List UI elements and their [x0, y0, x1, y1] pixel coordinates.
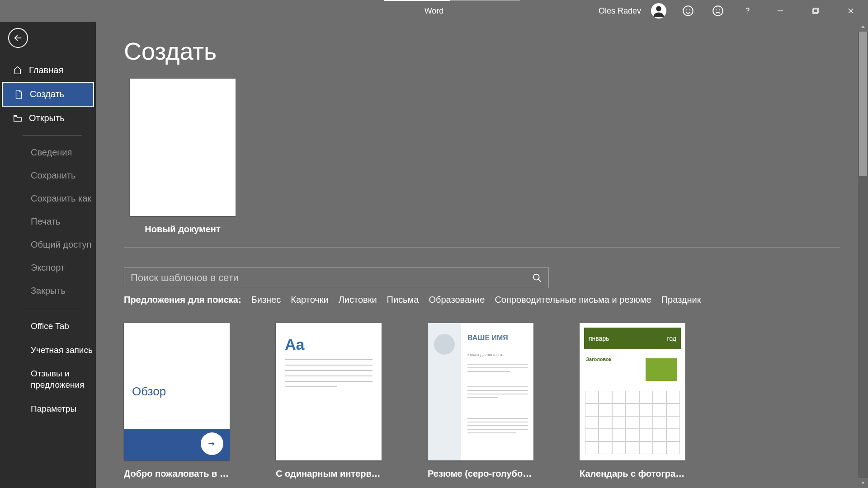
nav-open[interactable]: Открыть [0, 107, 96, 130]
suggestions-label: Предложения для поиска: [124, 295, 241, 305]
template-search-box [124, 267, 549, 288]
app-title: Word [425, 6, 444, 16]
feedback-sad-icon[interactable] [707, 0, 729, 22]
nav-export[interactable]: Экспорт [0, 256, 96, 279]
preview-text: Обзор [132, 385, 166, 399]
search-button[interactable] [526, 268, 548, 288]
template-welcome[interactable]: Обзор [124, 323, 230, 460]
suggestion-link[interactable]: Письма [387, 295, 419, 305]
template-blank-document[interactable] [130, 79, 236, 216]
title-bar: Word Oles Radev [0, 0, 868, 22]
template-label: Добро пожаловать в W… [124, 469, 231, 479]
svg-point-7 [747, 13, 748, 14]
svg-point-4 [713, 6, 723, 16]
content-area: Создать Новый документ Предложения для п… [96, 22, 868, 488]
nav-label: Открыть [29, 113, 65, 123]
minimize-button[interactable] [767, 1, 794, 21]
username[interactable]: Oles Radev [599, 6, 641, 16]
template-single-spacing[interactable]: Aa [276, 323, 382, 460]
nav-options[interactable]: Параметры [0, 397, 96, 421]
template-search-input[interactable] [124, 272, 526, 284]
nav-info[interactable]: Сведения [0, 141, 96, 164]
scrollbar-track[interactable] [858, 32, 868, 478]
svg-point-0 [656, 6, 661, 12]
template-label: Резюме (серо-голубое… [428, 469, 534, 479]
template-label: С одинарным интервал… [276, 469, 382, 479]
nav-label: Главная [29, 65, 63, 75]
svg-point-14 [533, 274, 539, 280]
preview-text: год [667, 335, 676, 342]
preview-text: ВАШЕ ИМЯ [467, 334, 508, 342]
feedback-smile-icon[interactable] [677, 0, 699, 22]
template-calendar[interactable]: январьгод Заголовок [580, 323, 685, 460]
close-button[interactable] [837, 1, 864, 21]
svg-point-5 [716, 9, 717, 10]
nav-home[interactable]: Главная [0, 59, 96, 82]
nav-close[interactable]: Закрыть [0, 279, 96, 302]
preview-text: Заголовок [586, 357, 611, 362]
divider [23, 308, 82, 308]
nav-save[interactable]: Сохранить [0, 164, 96, 187]
svg-point-3 [689, 9, 690, 10]
suggestion-link[interactable]: Бизнес [251, 295, 281, 305]
preview-text: январь [589, 335, 609, 342]
svg-marker-16 [861, 25, 865, 28]
nav-new[interactable]: Создать [2, 82, 94, 107]
nav-label: Создать [30, 89, 64, 99]
divider [23, 135, 82, 136]
nav-account[interactable]: Учетная запись [0, 338, 96, 362]
nav-print[interactable]: Печать [0, 210, 96, 233]
search-suggestions: Предложения для поиска: Бизнес Карточки … [124, 295, 840, 305]
preview-text: КАКАЯ ДОЛЖНОСТЬ [467, 353, 504, 357]
svg-point-2 [686, 9, 687, 10]
nav-office-tab[interactable]: Office Tab [0, 314, 96, 338]
avatar[interactable] [651, 3, 666, 19]
scroll-up-button[interactable] [858, 22, 868, 32]
template-label: Календарь с фотографи… [580, 469, 686, 479]
svg-point-1 [683, 6, 693, 16]
arrow-right-icon [201, 432, 223, 455]
suggestion-link[interactable]: Образование [429, 295, 485, 305]
nav-feedback[interactable]: Отзывы и предложения [0, 362, 96, 397]
svg-point-6 [719, 9, 720, 10]
template-label: Новый документ [124, 224, 241, 235]
suggestion-link[interactable]: Карточки [291, 295, 328, 305]
divider [124, 247, 840, 248]
svg-line-15 [538, 279, 541, 282]
suggestion-link[interactable]: Листовки [339, 295, 377, 305]
backstage-sidebar: Главная Создать Открыть Сведения Сохрани… [0, 22, 96, 488]
scrollbar-thumb[interactable] [859, 32, 867, 176]
svg-marker-17 [861, 482, 865, 484]
page-title: Создать [124, 37, 868, 65]
scroll-down-button[interactable] [858, 478, 868, 488]
suggestion-link[interactable]: Сопроводительные письма и резюме [495, 295, 651, 305]
nav-share[interactable]: Общий доступ [0, 233, 96, 256]
back-button[interactable] [8, 28, 28, 48]
help-icon[interactable] [737, 0, 759, 22]
template-resume[interactable]: ВАШЕ ИМЯ КАКАЯ ДОЛЖНОСТЬ [428, 323, 533, 460]
suggestion-link[interactable]: Праздник [661, 295, 701, 305]
preview-text: Aa [285, 336, 304, 353]
nav-save-as[interactable]: Сохранить как [0, 187, 96, 210]
vertical-scrollbar [858, 22, 868, 488]
tab-strip [384, 0, 520, 1]
restore-button[interactable] [802, 1, 829, 21]
